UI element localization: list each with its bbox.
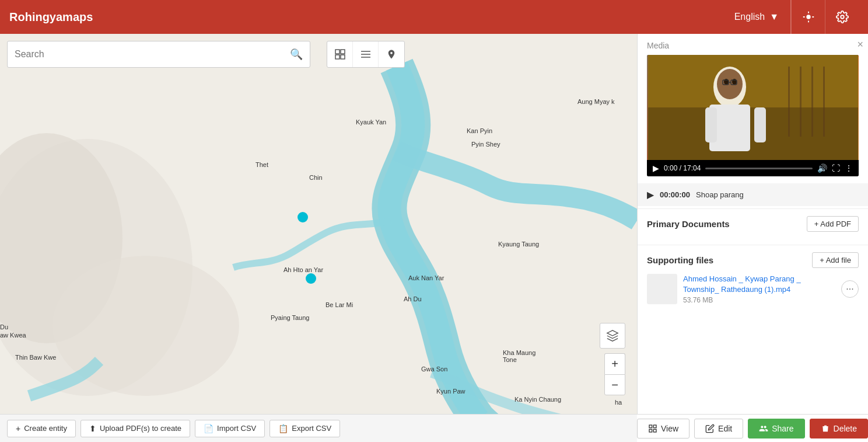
delete-btn[interactable]: Delete xyxy=(810,419,868,438)
header-right: English ▼ xyxy=(723,0,859,34)
docs-section: Primary Documents + Add PDF xyxy=(638,208,868,245)
video-container: ▶ 0:00 / 17:04 🔊 ⛶ ⋮ xyxy=(647,55,859,176)
svg-rect-15 xyxy=(648,107,858,160)
file-name: Ahmed Hossain _ Kywap Parang _ Township_… xyxy=(683,274,835,295)
svg-point-24 xyxy=(717,69,743,99)
main-container: 🔍 xyxy=(0,34,868,442)
upload-pdf-btn[interactable]: ⬆ Upload PDF(s) to create xyxy=(80,420,190,437)
video-progress[interactable] xyxy=(705,168,813,169)
location-icon-btn[interactable] xyxy=(791,0,825,34)
svg-rect-19 xyxy=(823,67,825,137)
svg-point-0 xyxy=(806,15,810,19)
edit-label: Edit xyxy=(718,424,732,433)
svg-rect-32 xyxy=(649,429,652,432)
file-size: 53.76 MB xyxy=(683,296,835,304)
video-time: 0:00 / 17:04 xyxy=(664,164,701,172)
files-title: Supporting files xyxy=(647,255,713,265)
import-csv-label: Import CSV xyxy=(217,424,256,433)
upload-pdf-label: Upload PDF(s) to create xyxy=(100,424,181,433)
add-pdf-btn[interactable]: + Add PDF xyxy=(807,216,859,232)
view-pin-btn[interactable] xyxy=(379,41,404,67)
svg-rect-31 xyxy=(653,425,656,428)
audio-player: ▶ 00:00:00 Shoap parang xyxy=(638,183,868,206)
svg-rect-23 xyxy=(754,107,766,142)
svg-marker-13 xyxy=(607,330,618,336)
zoom-out-btn[interactable]: − xyxy=(604,374,625,395)
upload-icon: ⬆ xyxy=(89,424,96,433)
video-controls-bar: ▶ 0:00 / 17:04 🔊 ⛶ ⋮ xyxy=(647,160,859,176)
import-csv-btn[interactable]: 📄 Import CSV xyxy=(195,420,265,437)
plus-icon: + xyxy=(16,424,20,433)
view-label: View xyxy=(661,424,678,433)
file-info: Ahmed Hossain _ Kywap Parang _ Township_… xyxy=(683,274,835,304)
add-file-label: + Add file xyxy=(820,256,851,264)
delete-label: Delete xyxy=(834,424,857,433)
docs-title: Primary Documents xyxy=(647,219,730,229)
svg-rect-22 xyxy=(705,107,717,142)
export-csv-btn[interactable]: 📋 Export CSV xyxy=(270,420,340,437)
share-label: Share xyxy=(772,424,793,433)
layers-btn[interactable] xyxy=(600,323,625,349)
app-logo: Rohingyamaps xyxy=(9,11,93,24)
video-play-btn[interactable]: ▶ xyxy=(653,163,659,173)
media-section: Media xyxy=(638,34,868,183)
audio-title: Shoap parang xyxy=(696,190,744,199)
import-icon: 📄 xyxy=(204,424,214,433)
svg-rect-2 xyxy=(335,50,340,54)
share-btn[interactable]: Share xyxy=(748,419,804,438)
panel-actions: View Edit Share Delete xyxy=(637,414,868,442)
file-more-btn[interactable]: ··· xyxy=(841,280,859,298)
map-area[interactable]: 🔍 xyxy=(0,34,637,442)
add-file-btn[interactable]: + Add file xyxy=(812,252,859,268)
file-item: Ahmed Hossain _ Kywap Parang _ Township_… xyxy=(647,274,859,304)
create-entity-btn[interactable]: + Create entity xyxy=(7,420,76,437)
map-marker-2[interactable] xyxy=(306,273,316,284)
zoom-controls: + − xyxy=(604,353,625,395)
files-section: Supporting files + Add file Ahmed Hossai… xyxy=(638,245,868,311)
svg-rect-16 xyxy=(788,67,790,137)
language-label: English xyxy=(734,12,765,22)
map-marker-1[interactable] xyxy=(298,212,308,222)
chevron-down-icon: ▼ xyxy=(769,12,779,22)
audio-play-btn[interactable]: ▶ xyxy=(647,189,654,200)
files-header: Supporting files + Add file xyxy=(647,252,859,268)
svg-rect-17 xyxy=(800,67,802,137)
panel-close-btn[interactable]: × xyxy=(857,39,863,51)
svg-rect-4 xyxy=(335,55,340,59)
search-icon[interactable]: 🔍 xyxy=(290,48,303,61)
view-grid-btn[interactable] xyxy=(327,41,353,67)
right-panel: × Media xyxy=(637,34,868,442)
video-fullscreen-btn[interactable]: ⛶ xyxy=(832,163,840,173)
create-entity-label: Create entity xyxy=(24,424,67,433)
svg-rect-3 xyxy=(341,50,345,54)
edit-btn[interactable]: Edit xyxy=(694,419,743,438)
svg-rect-30 xyxy=(649,425,652,428)
map-view-controls xyxy=(327,41,405,68)
media-label: Media xyxy=(647,41,859,50)
file-thumbnail xyxy=(647,274,677,304)
svg-rect-18 xyxy=(811,67,813,137)
zoom-in-btn[interactable]: + xyxy=(604,353,625,374)
settings-icon-btn[interactable] xyxy=(825,0,859,34)
svg-rect-5 xyxy=(341,55,345,59)
view-list-btn[interactable] xyxy=(353,41,379,67)
search-input[interactable] xyxy=(15,49,290,60)
svg-rect-33 xyxy=(653,429,656,432)
video-volume-btn[interactable]: 🔊 xyxy=(817,163,827,173)
export-csv-label: Export CSV xyxy=(292,424,331,433)
view-btn[interactable]: View xyxy=(637,419,690,438)
svg-point-1 xyxy=(841,15,844,19)
audio-time: 00:00:00 xyxy=(660,190,690,199)
panel-content: Media xyxy=(638,34,868,442)
header: Rohingyamaps English ▼ xyxy=(0,0,868,34)
video-placeholder xyxy=(647,55,859,160)
bottom-toolbar: + Create entity ⬆ Upload PDF(s) to creat… xyxy=(0,414,637,442)
add-pdf-label: + Add PDF xyxy=(814,220,851,228)
search-bar: 🔍 xyxy=(7,41,310,68)
export-icon: 📋 xyxy=(278,424,288,433)
language-selector[interactable]: English ▼ xyxy=(723,0,791,34)
video-more-btn[interactable]: ⋮ xyxy=(845,163,853,173)
docs-header: Primary Documents + Add PDF xyxy=(647,216,859,232)
